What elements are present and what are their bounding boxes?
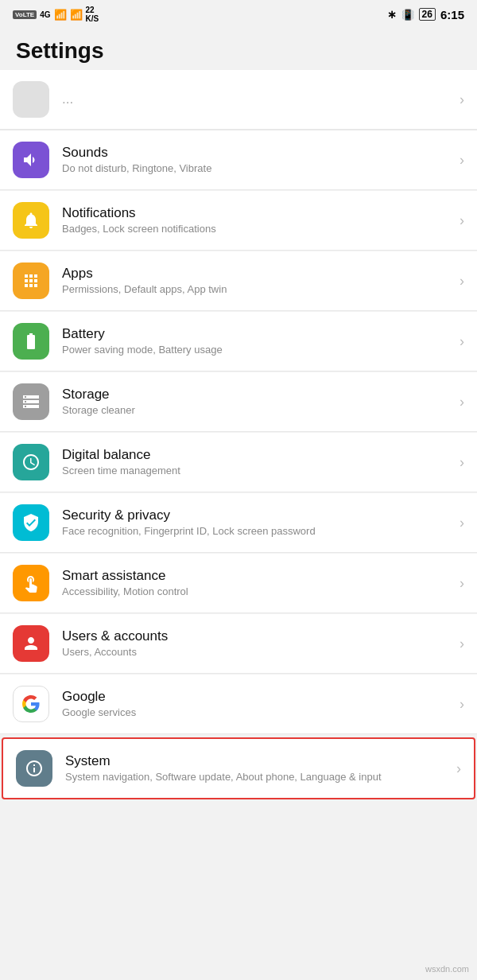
settings-item-notifications[interactable]: Notifications Badges, Lock screen notifi… [0,191,477,251]
sounds-title: Sounds [62,145,453,161]
battery-icon [13,323,49,360]
settings-item-users-accounts[interactable]: Users & accounts Users, Accounts › [0,614,477,674]
battery-chevron: › [460,333,464,350]
system-text: System System navigation, Software updat… [65,753,450,784]
smart-assistance-icon [13,565,49,601]
settings-item-apps[interactable]: Apps Permissions, Default apps, App twin… [0,251,477,311]
apps-icon [13,262,49,299]
sounds-text: Sounds Do not disturb, Ringtone, Vibrate [62,145,453,176]
battery-subtitle: Power saving mode, Battery usage [62,344,453,357]
status-bar: VoLTE 4G 📶 📶 22K/S ∗ 📳 26 6:15 [0,0,477,29]
sounds-chevron: › [460,152,464,169]
settings-item-storage[interactable]: Storage Storage cleaner › [0,372,477,432]
notifications-subtitle: Badges, Lock screen notifications [62,223,453,236]
watermark: wsxdn.com [425,964,469,974]
settings-item-digital-balance[interactable]: Digital balance Screen time management › [0,433,477,492]
settings-item-smart-assistance[interactable]: Smart assistance Accessibility, Motion c… [0,554,477,613]
status-right: ∗ 📳 26 6:15 [387,8,464,21]
storage-title: Storage [62,387,453,402]
digital-balance-chevron: › [460,454,464,471]
users-accounts-text: Users & accounts Users, Accounts [62,628,453,659]
storage-text: Storage Storage cleaner [62,387,453,418]
settings-item-google[interactable]: Google Google services › [0,675,477,734]
users-accounts-title: Users & accounts [62,628,453,644]
system-subtitle: System navigation, Software update, Abou… [65,771,450,784]
sounds-icon [13,142,49,178]
digital-balance-text: Digital balance Screen time management [62,447,453,478]
partial-chevron: › [460,91,464,108]
digital-balance-title: Digital balance [62,447,453,463]
users-accounts-subtitle: Users, Accounts [62,646,453,659]
partial-title: ... [62,91,453,107]
system-chevron: › [456,760,461,777]
google-icon [13,686,49,722]
smart-assistance-text: Smart assistance Accessibility, Motion c… [62,568,453,599]
settings-item-security[interactable]: Security & privacy Face recognition, Fin… [0,493,477,553]
apps-title: Apps [62,266,453,282]
settings-item-sounds[interactable]: Sounds Do not disturb, Ringtone, Vibrate… [0,130,477,190]
users-accounts-icon [13,625,49,662]
security-subtitle: Face recognition, Fingerprint ID, Lock s… [62,525,453,539]
battery-title: Battery [62,326,453,342]
storage-chevron: › [460,394,464,410]
google-title: Google [62,689,453,705]
storage-subtitle: Storage cleaner [62,404,453,418]
sounds-subtitle: Do not disturb, Ringtone, Vibrate [62,162,453,176]
smart-assistance-subtitle: Accessibility, Motion control [62,585,453,599]
volte-indicator: VoLTE [13,10,37,19]
signal-4g: 4G [40,10,50,19]
google-chevron: › [460,696,464,713]
notifications-title: Notifications [62,205,453,221]
signal-bars: 📶 [54,9,67,21]
security-title: Security & privacy [62,508,453,523]
time-display: 6:15 [440,8,464,21]
battery-indicator: 26 [419,8,436,21]
apps-text: Apps Permissions, Default apps, App twin [62,266,453,297]
storage-icon [13,383,49,420]
apps-chevron: › [460,273,464,290]
system-title: System [65,753,450,769]
data-speed: 22K/S [86,6,99,23]
security-chevron: › [460,515,464,531]
bluetooth-icon: ∗ [387,8,397,21]
smart-assistance-chevron: › [460,575,464,592]
apps-subtitle: Permissions, Default apps, App twin [62,283,453,297]
system-icon [16,750,52,787]
users-accounts-chevron: › [460,636,464,652]
partial-icon [13,81,49,118]
notifications-text: Notifications Badges, Lock screen notifi… [62,205,453,236]
partial-item[interactable]: ... › [0,70,477,130]
status-left: VoLTE 4G 📶 📶 22K/S [13,6,99,23]
settings-item-battery[interactable]: Battery Power saving mode, Battery usage… [0,312,477,371]
digital-balance-icon [13,444,49,480]
google-subtitle: Google services [62,706,453,720]
settings-item-system[interactable]: System System navigation, Software updat… [2,737,475,799]
digital-balance-subtitle: Screen time management [62,465,453,478]
battery-text: Battery Power saving mode, Battery usage [62,326,453,357]
vibrate-icon: 📳 [401,9,414,21]
page-title: Settings [0,29,477,70]
security-icon [13,504,49,541]
notifications-chevron: › [460,212,464,229]
google-text: Google Google services [62,689,453,720]
notifications-icon [13,202,49,239]
wifi-icon: 📶 [70,9,83,21]
security-text: Security & privacy Face recognition, Fin… [62,508,453,539]
smart-assistance-title: Smart assistance [62,568,453,584]
settings-list: Sounds Do not disturb, Ringtone, Vibrate… [0,130,477,799]
